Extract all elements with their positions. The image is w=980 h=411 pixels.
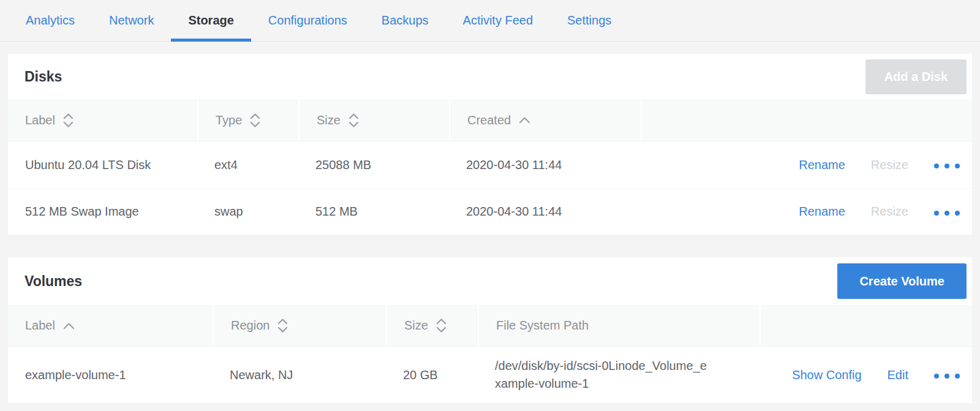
- column-label-text: Size: [317, 113, 341, 127]
- edit-link[interactable]: Edit: [888, 368, 908, 382]
- volume-region-cell: Newark, NJ: [213, 347, 386, 403]
- tab-network[interactable]: Network: [92, 0, 171, 41]
- rename-link[interactable]: Rename: [799, 205, 845, 219]
- volumes-column-path: File System Path: [478, 305, 760, 346]
- disks-panel: Disks Add a Disk Label Type Size C: [8, 54, 972, 235]
- disk-size-cell: 25088 MB: [298, 141, 449, 188]
- resize-link[interactable]: Resize: [871, 158, 908, 172]
- more-actions-ellipsis-icon[interactable]: [934, 208, 960, 216]
- tab-activity-feed[interactable]: Activity Feed: [446, 0, 550, 41]
- volumes-column-actions: [760, 305, 972, 346]
- column-label-text: File System Path: [496, 319, 589, 333]
- disk-type-cell: ext4: [197, 141, 298, 188]
- disk-size-cell: 512 MB: [298, 189, 449, 235]
- table-row: 512 MB Swap Image swap 512 MB 2020-04-30…: [8, 188, 972, 235]
- add-a-disk-button[interactable]: Add a Disk: [865, 59, 967, 94]
- disks-table-header: Label Type Size Created: [8, 99, 972, 141]
- volumes-column-label[interactable]: Label: [8, 305, 213, 346]
- volumes-panel: Volumes Create Volume Label Region Size …: [8, 257, 972, 403]
- table-row: example-volume-1 Newark, NJ 20 GB /dev/d…: [8, 346, 972, 403]
- volumes-column-region[interactable]: Region: [213, 305, 386, 346]
- sort-ascending-icon: [519, 116, 530, 124]
- file-system-path: /dev/disk/by-id/scsi-0Linode_Volume_exam…: [495, 357, 710, 393]
- tab-configurations[interactable]: Configurations: [251, 0, 364, 41]
- sort-both-icon: [277, 317, 288, 334]
- tab-settings[interactable]: Settings: [550, 0, 628, 41]
- table-row: Ubuntu 20.04 LTS Disk ext4 25088 MB 2020…: [8, 141, 972, 188]
- sort-ascending-icon: [63, 322, 75, 330]
- volume-size-cell: 20 GB: [386, 347, 478, 403]
- sort-both-icon: [250, 112, 260, 129]
- column-label-text: Size: [404, 319, 428, 333]
- volumes-table-header: Label Region Size File System Path: [8, 305, 972, 346]
- disks-column-label[interactable]: Label: [8, 99, 197, 141]
- disk-actions-cell: Rename Resize: [641, 189, 972, 235]
- disk-created-cell: 2020-04-30 11:44: [449, 141, 641, 188]
- resize-link[interactable]: Resize: [871, 205, 908, 219]
- disks-column-created[interactable]: Created: [449, 99, 641, 141]
- disks-column-actions: [641, 99, 972, 141]
- volumes-header: Volumes Create Volume: [8, 257, 972, 305]
- disks-column-size[interactable]: Size: [298, 99, 449, 141]
- column-label-text: Created: [467, 113, 511, 127]
- sort-both-icon: [349, 112, 359, 129]
- more-actions-ellipsis-icon[interactable]: [934, 161, 960, 168]
- create-volume-button[interactable]: Create Volume: [837, 263, 967, 299]
- sort-both-icon: [63, 112, 74, 129]
- tab-analytics[interactable]: Analytics: [9, 0, 92, 41]
- volume-path-cell: /dev/disk/by-id/scsi-0Linode_Volume_exam…: [478, 347, 760, 403]
- tab-backups[interactable]: Backups: [364, 0, 446, 41]
- rename-link[interactable]: Rename: [799, 158, 845, 172]
- volumes-column-size[interactable]: Size: [386, 305, 478, 346]
- sort-both-icon: [436, 317, 447, 334]
- disk-label-cell: Ubuntu 20.04 LTS Disk: [8, 141, 197, 188]
- disk-created-cell: 2020-04-30 11:44: [449, 189, 641, 235]
- tab-storage[interactable]: Storage: [171, 0, 251, 41]
- volume-actions-cell: Show Config Edit: [760, 347, 972, 403]
- volumes-title: Volumes: [24, 273, 82, 290]
- disks-header: Disks Add a Disk: [8, 54, 972, 99]
- disks-title: Disks: [24, 69, 62, 85]
- disks-column-type[interactable]: Type: [197, 99, 298, 141]
- volume-label-cell: example-volume-1: [8, 347, 213, 403]
- column-label-text: Label: [25, 113, 55, 127]
- column-label-text: Type: [216, 113, 242, 127]
- show-config-link[interactable]: Show Config: [792, 368, 861, 382]
- more-actions-ellipsis-icon[interactable]: [934, 371, 960, 379]
- disk-type-cell: swap: [197, 189, 298, 235]
- detail-tabs: Analytics Network Storage Configurations…: [0, 0, 980, 42]
- column-label-text: Label: [25, 319, 55, 333]
- column-label-text: Region: [231, 319, 270, 333]
- disk-label-cell: 512 MB Swap Image: [8, 189, 197, 235]
- disk-actions-cell: Rename Resize: [641, 141, 972, 188]
